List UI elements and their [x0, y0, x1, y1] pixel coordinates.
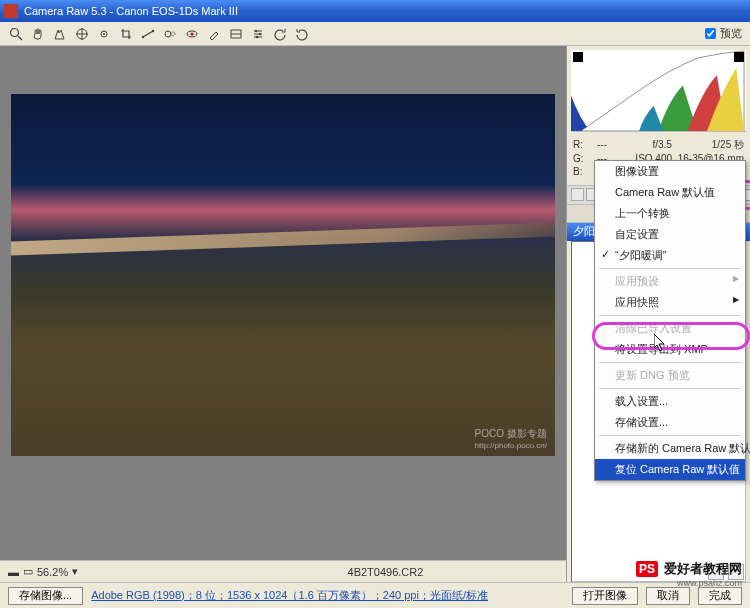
menu-item[interactable]: Camera Raw 默认值	[595, 182, 745, 203]
rotate-cw-icon[interactable]	[294, 26, 310, 42]
window-title: Camera Raw 5.3 - Canon EOS-1Ds Mark III	[24, 5, 238, 17]
svg-point-9	[152, 29, 154, 31]
zoom-tool-icon[interactable]	[8, 26, 24, 42]
settings-context-menu: 图像设置Camera Raw 默认值上一个转换自定设置“夕阳暖调”✓应用预设▶应…	[594, 160, 746, 481]
svg-point-19	[255, 29, 257, 31]
menu-item[interactable]: 图像设置	[595, 161, 745, 182]
preview-checkbox[interactable]	[705, 28, 716, 39]
filename-label: 4B2T0496.CR2	[348, 566, 424, 578]
svg-point-10	[165, 31, 171, 37]
red-eye-tool-icon[interactable]	[184, 26, 200, 42]
workflow-link[interactable]: Adobe RGB (1998)；8 位；1536 x 1024（1.6 百万像…	[91, 588, 488, 603]
image-preview[interactable]: POCO 摄影专题 http://photo.poco.cn/	[11, 94, 555, 456]
menu-item[interactable]: 存储设置...	[595, 412, 745, 433]
straighten-tool-icon[interactable]	[140, 26, 156, 42]
menu-item: 应用预设▶	[595, 271, 745, 292]
menu-item[interactable]: “夕阳暖调”✓	[595, 245, 745, 266]
app-icon	[4, 4, 18, 18]
menu-item[interactable]: 复位 Camera Raw 默认值	[595, 459, 745, 480]
bottom-bar: 存储图像... Adobe RGB (1998)；8 位；1536 x 1024…	[0, 582, 750, 608]
adjustment-brush-tool-icon[interactable]	[206, 26, 222, 42]
hand-tool-icon[interactable]	[30, 26, 46, 42]
white-balance-tool-icon[interactable]	[52, 26, 68, 42]
shadow-clip-icon[interactable]	[573, 52, 583, 62]
graduated-filter-tool-icon[interactable]	[228, 26, 244, 42]
status-bar: ▬▭ 56.2% ▾ 4B2T0496.CR2	[0, 560, 566, 582]
svg-point-20	[259, 32, 261, 34]
svg-point-6	[103, 33, 105, 35]
spot-removal-tool-icon[interactable]	[162, 26, 178, 42]
menu-item[interactable]: 应用快照▶	[595, 292, 745, 313]
preview-label: 预览	[720, 26, 742, 41]
svg-point-11	[171, 32, 175, 36]
menu-item[interactable]: 自定设置	[595, 224, 745, 245]
color-sampler-tool-icon[interactable]	[74, 26, 90, 42]
highlight-clip-icon[interactable]	[734, 52, 744, 62]
rotate-ccw-icon[interactable]	[272, 26, 288, 42]
zoom-control[interactable]: ▬▭ 56.2% ▾	[8, 565, 78, 578]
svg-point-0	[11, 28, 19, 36]
svg-point-13	[191, 32, 194, 35]
window-title-bar: Camera Raw 5.3 - Canon EOS-1Ds Mark III	[0, 0, 750, 22]
preferences-icon[interactable]	[250, 26, 266, 42]
done-button[interactable]: 完成	[698, 587, 742, 605]
menu-item[interactable]: 载入设置...	[595, 391, 745, 412]
svg-line-1	[18, 36, 22, 40]
cancel-button[interactable]: 取消	[646, 587, 690, 605]
crop-tool-icon[interactable]	[118, 26, 134, 42]
image-canvas-wrap: POCO 摄影专题 http://photo.poco.cn/	[0, 46, 566, 504]
open-image-button[interactable]: 打开图像	[572, 587, 638, 605]
poco-watermark: POCO 摄影专题 http://photo.poco.cn/	[475, 427, 548, 450]
tab-basic-icon[interactable]	[571, 188, 584, 201]
zoom-value: 56.2%	[37, 566, 68, 578]
toolbar: 预览	[0, 22, 750, 46]
menu-item[interactable]: 上一个转换	[595, 203, 745, 224]
histogram[interactable]	[571, 50, 746, 132]
site-watermark: PS 爱好者教程网 www.psahz.com	[636, 560, 742, 578]
save-image-button[interactable]: 存储图像...	[8, 587, 83, 605]
svg-point-21	[256, 35, 258, 37]
svg-point-8	[142, 35, 144, 37]
menu-item[interactable]: 存储新的 Camera Raw 默认值	[595, 438, 745, 459]
menu-item: 更新 DNG 预览	[595, 365, 745, 386]
target-adjust-tool-icon[interactable]	[96, 26, 112, 42]
svg-line-7	[143, 31, 153, 37]
menu-item[interactable]: 将设置导出到 XMP	[595, 339, 745, 360]
preview-toggle[interactable]: 预览	[705, 26, 742, 41]
menu-item: 清除已导入设置	[595, 318, 745, 339]
